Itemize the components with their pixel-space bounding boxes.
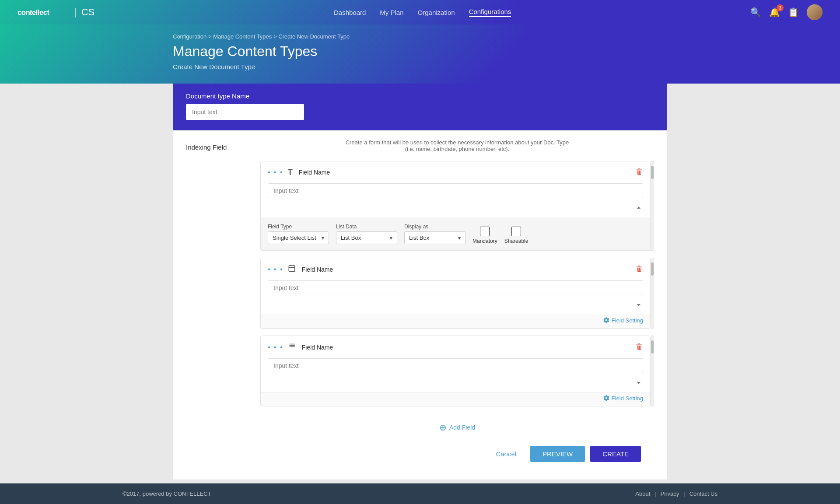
navbar-icons: 🔍 🔔 3 📋 xyxy=(750,4,822,20)
drag-handle-2[interactable]: • • • xyxy=(268,266,284,273)
list-data-select[interactable]: List Box Dropdown Radio Buttons xyxy=(336,231,397,244)
scrollbar-track-1 xyxy=(651,161,654,251)
search-icon[interactable]: 🔍 xyxy=(750,7,761,18)
brand-cs: CS xyxy=(81,7,95,18)
add-field-label: Add Field xyxy=(449,424,475,431)
text-icon-1: T xyxy=(288,168,293,177)
preview-button[interactable]: PREVIEW xyxy=(530,446,585,462)
indexing-label: Indexing Field xyxy=(186,144,243,151)
shareable-group: Shareable xyxy=(504,227,528,244)
display-as-select[interactable]: List Box Dropdown Radio Buttons xyxy=(404,231,466,244)
indexing-section: Indexing Field Create a form that will b… xyxy=(186,139,654,437)
indexing-description: Create a form that will be used to colle… xyxy=(260,139,654,152)
scrollbar-thumb-1 xyxy=(651,166,654,179)
scrollbar-thumb-2 xyxy=(651,262,654,276)
field-options-1: Field Type Single Select List Multi Sele… xyxy=(261,217,650,250)
delete-field-3[interactable] xyxy=(635,343,643,352)
doc-type-label: Document type Name xyxy=(186,92,654,100)
nav-organization[interactable]: Organization xyxy=(418,9,455,16)
field-name-input-2[interactable] xyxy=(268,280,643,295)
navbar: contellect | CS Dashboard My Plan Organi… xyxy=(0,0,840,24)
nav-configurations[interactable]: Configurations xyxy=(469,8,511,17)
page-subtitle: Create New Document Type xyxy=(173,63,667,70)
calendar-icon-2 xyxy=(288,264,296,274)
add-icon: ⊕ xyxy=(439,422,447,433)
field-card-1: • • • T Field Name xyxy=(260,161,651,251)
field-setting-btn-3[interactable]: Field Setting xyxy=(603,395,643,402)
nav-links: Dashboard My Plan Organization Configura… xyxy=(334,8,511,17)
nav-myplan[interactable]: My Plan xyxy=(380,9,403,16)
footer-contact[interactable]: Contact Us xyxy=(690,490,718,497)
footer-privacy[interactable]: Privacy xyxy=(661,490,679,497)
field-card-row-2: • • • Field Name xyxy=(260,258,654,329)
field-setting-label-2: Field Setting xyxy=(612,317,643,324)
field-card-3: • • • Field Name xyxy=(260,336,651,406)
field-type-select-wrapper: Single Select List Multi Select List Tex… xyxy=(268,231,329,244)
shareable-checkbox[interactable] xyxy=(511,227,521,236)
delete-field-2[interactable] xyxy=(635,265,643,274)
field-setting-btn-2[interactable]: Field Setting xyxy=(603,317,643,324)
drag-handle-3[interactable]: • • • xyxy=(268,343,284,351)
field-name-input-3[interactable] xyxy=(268,358,643,373)
brand-logo: contellect xyxy=(18,6,70,19)
field-title-3: Field Name xyxy=(302,344,631,351)
page-footer: ©2017, powered by CONTELLECT About | Pri… xyxy=(0,483,840,504)
breadcrumb: Configuration > Manage Content Types > C… xyxy=(173,33,667,40)
notification-badge: 3 xyxy=(777,4,784,11)
list-data-select-wrapper: List Box Dropdown Radio Buttons ▼ xyxy=(336,231,397,244)
field-card-row-1: • • • T Field Name xyxy=(260,161,654,251)
form-area: Indexing Field Create a form that will b… xyxy=(173,130,667,480)
svg-rect-1 xyxy=(289,266,295,272)
document-icon[interactable]: 📋 xyxy=(788,7,799,18)
field-setting-label-3: Field Setting xyxy=(612,395,643,402)
list-data-group: List Data List Box Dropdown Radio Button… xyxy=(336,224,397,244)
field-title-1: Field Name xyxy=(299,169,631,176)
brand-separator: | xyxy=(74,7,77,18)
mandatory-label: Mandatory xyxy=(472,238,497,244)
notification-icon[interactable]: 🔔 3 xyxy=(769,7,780,18)
page-header: Configuration > Manage Content Types > C… xyxy=(0,24,840,84)
field-card-header-3: • • • Field Name xyxy=(261,336,650,358)
field-name-input-1[interactable] xyxy=(268,183,643,198)
field-type-group: Field Type Single Select List Multi Sele… xyxy=(268,224,329,244)
mandatory-group: Mandatory xyxy=(472,227,497,244)
doc-type-input[interactable] xyxy=(186,104,304,120)
footer-copyright: ©2017, powered by CONTELLECT xyxy=(122,490,211,497)
field-card-2: • • • Field Name xyxy=(260,258,651,329)
mandatory-checkbox[interactable] xyxy=(480,227,490,236)
brand: contellect | CS xyxy=(18,6,94,19)
main-content: Document type Name Indexing Field Create… xyxy=(173,84,667,480)
add-field-button[interactable]: ⊕ Add Field xyxy=(439,422,475,433)
shareable-label: Shareable xyxy=(504,238,528,244)
field-title-2: Field Name xyxy=(302,266,631,273)
scrollbar-track-3 xyxy=(651,336,654,406)
display-as-group: Display as List Box Dropdown Radio Butto… xyxy=(404,224,466,244)
field-type-select[interactable]: Single Select List Multi Select List Tex… xyxy=(268,231,329,244)
action-row: Cancel PREVIEW CREATE xyxy=(186,437,654,466)
field-card-header-2: • • • Field Name xyxy=(261,258,650,280)
avatar[interactable] xyxy=(807,4,822,20)
field-card-header-1: • • • T Field Name xyxy=(261,161,650,183)
footer-links: About | Privacy | Contact Us xyxy=(635,490,718,497)
cancel-button[interactable]: Cancel xyxy=(487,446,525,462)
expand-btn-2[interactable] xyxy=(634,301,643,311)
field-type-label: Field Type xyxy=(268,224,329,230)
svg-text:contellect: contellect xyxy=(18,8,49,17)
doc-type-section: Document type Name xyxy=(173,84,667,130)
create-button[interactable]: CREATE xyxy=(590,446,641,462)
display-as-label: Display as xyxy=(404,224,466,230)
field-card-row-3: • • • Field Name xyxy=(260,336,654,406)
collapse-btn-1[interactable] xyxy=(634,203,643,214)
scrollbar-thumb-3 xyxy=(651,340,654,354)
list-icon-3 xyxy=(288,342,296,352)
nav-dashboard[interactable]: Dashboard xyxy=(334,9,366,16)
drag-handle-1[interactable]: • • • xyxy=(268,168,284,176)
delete-field-1[interactable] xyxy=(635,168,643,177)
list-data-label: List Data xyxy=(336,224,397,230)
expand-btn-3[interactable] xyxy=(634,378,643,389)
footer-about[interactable]: About xyxy=(635,490,650,497)
add-field-row: ⊕ Add Field xyxy=(260,413,654,437)
display-as-select-wrapper: List Box Dropdown Radio Buttons ▼ xyxy=(404,231,466,244)
page-title: Manage Content Types xyxy=(173,43,667,60)
scrollbar-track-2 xyxy=(651,258,654,329)
